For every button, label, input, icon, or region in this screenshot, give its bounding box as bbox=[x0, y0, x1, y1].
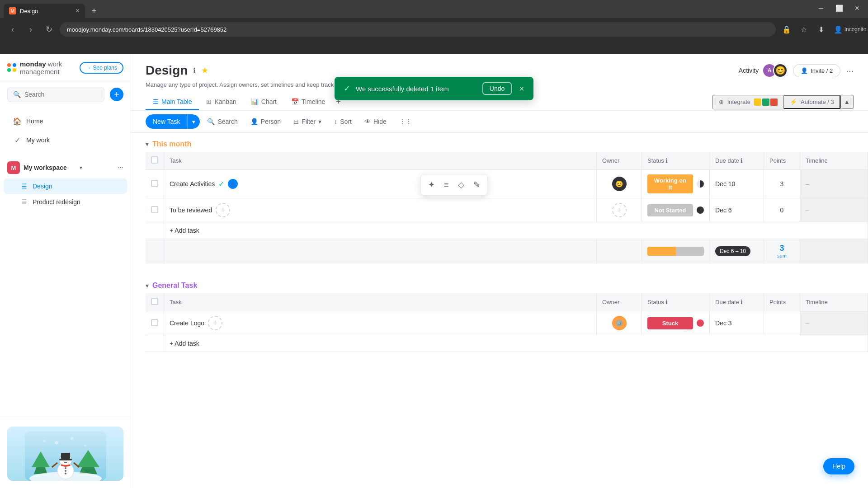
integrate-btn[interactable]: ⊕ Integrate bbox=[712, 95, 784, 109]
star-btn[interactable]: ★ bbox=[201, 66, 208, 75]
filter-toolbar-btn[interactable]: ⊟ Filter ▾ bbox=[288, 115, 327, 128]
workspace-more-btn[interactable]: ··· bbox=[118, 164, 123, 172]
new-task-btn[interactable]: New Task bbox=[146, 114, 187, 129]
hide-icon: 👁 bbox=[364, 118, 371, 125]
task-cell-3[interactable]: Create Logo + bbox=[164, 311, 597, 335]
row-checkbox[interactable] bbox=[151, 180, 158, 187]
tab-favicon: M bbox=[9, 7, 16, 14]
status-cell-2[interactable]: Not Started bbox=[642, 198, 710, 222]
group-name-general: General Task bbox=[152, 282, 197, 290]
collapse-btn[interactable]: ▲ bbox=[840, 95, 854, 109]
tab-main-table[interactable]: ☰ Main Table bbox=[146, 94, 199, 110]
workspace-header[interactable]: M My workspace ▾ ··· bbox=[0, 157, 131, 178]
select-all-checkbox[interactable] bbox=[151, 156, 158, 164]
maximize-btn[interactable]: ⬜ bbox=[832, 1, 846, 15]
back-btn[interactable]: ‹ bbox=[5, 22, 20, 37]
add-task-btn[interactable]: + Add task bbox=[164, 222, 868, 239]
reload-btn[interactable]: ↻ bbox=[42, 22, 56, 37]
mini-toolbar-star-btn[interactable]: ✦ bbox=[426, 178, 437, 192]
sidebar-item-mywork[interactable]: ✓ My work bbox=[4, 131, 127, 149]
group-general-task-header: ▾ General Task bbox=[146, 274, 868, 293]
group-toggle-this-month[interactable]: ▾ bbox=[146, 141, 149, 148]
points-cell-2: 0 bbox=[764, 198, 800, 222]
integrate-logos bbox=[754, 99, 778, 106]
snowman-svg: ❄ ❄ ❄ ❄ bbox=[25, 431, 106, 481]
owner-cell-3: ⚙️ bbox=[597, 311, 642, 335]
status-cell-3[interactable]: Stuck bbox=[642, 311, 710, 335]
see-plans-btn[interactable]: → See plans bbox=[80, 62, 123, 74]
forward-btn[interactable]: › bbox=[24, 22, 38, 37]
mini-toolbar-list-btn[interactable]: ≡ bbox=[442, 178, 451, 192]
th2-task: Task bbox=[164, 293, 597, 311]
board-item-design[interactable]: ☰ Design bbox=[4, 178, 127, 194]
duedate-info-icon[interactable]: ℹ bbox=[741, 157, 743, 164]
tab-kanban[interactable]: ⊞ Kanban bbox=[199, 94, 243, 110]
new-task-dropdown-btn[interactable]: ▾ bbox=[187, 114, 200, 129]
status-info-icon[interactable]: ℹ bbox=[665, 157, 668, 164]
add-new-btn[interactable]: + bbox=[110, 88, 123, 101]
search-toolbar-icon: 🔍 bbox=[207, 118, 215, 125]
search-toolbar-btn[interactable]: 🔍 Search bbox=[202, 115, 243, 128]
tab-timeline[interactable]: 📅 Timeline bbox=[284, 94, 332, 110]
board-item-product[interactable]: ☰ Product redesign bbox=[4, 194, 127, 210]
table-this-month: Task Owner Status ℹ Due date ℹ Points Ti… bbox=[146, 152, 868, 263]
download-btn[interactable]: ⬇ bbox=[814, 22, 828, 37]
active-tab[interactable]: M Design × bbox=[4, 4, 85, 18]
add-task-2-btn[interactable]: + Add task bbox=[164, 335, 868, 352]
notif-close-btn[interactable]: × bbox=[519, 84, 524, 94]
activity-btn[interactable]: Activity A 😊 bbox=[739, 63, 788, 78]
minimize-btn[interactable]: ─ bbox=[814, 1, 828, 15]
sidebar-search-input[interactable] bbox=[24, 91, 99, 98]
integrate-label: Integrate bbox=[727, 99, 750, 105]
summary-empty-2 bbox=[164, 239, 597, 263]
page-title: Design bbox=[146, 63, 188, 78]
help-btn[interactable]: Help bbox=[823, 458, 854, 474]
automate-icon: ⚡ bbox=[790, 99, 797, 105]
notif-undo-btn[interactable]: Undo bbox=[482, 82, 512, 95]
sidebar-item-home[interactable]: 🏠 Home bbox=[4, 112, 127, 130]
status-indicator-2 bbox=[697, 206, 704, 214]
owner-add-btn[interactable]: + bbox=[612, 203, 627, 217]
tab-chart[interactable]: 📊 Chart bbox=[244, 94, 284, 110]
group-toggle-general[interactable]: ▾ bbox=[146, 282, 149, 289]
status2-info-icon[interactable]: ℹ bbox=[665, 299, 668, 305]
table-general-task: Task Owner Status ℹ Due date ℹ Points Ti… bbox=[146, 293, 868, 352]
owner-cell-2: + bbox=[597, 198, 642, 222]
tab-chart-icon: 📊 bbox=[251, 98, 259, 105]
task-cell[interactable]: Create Activities ✓ 👤 bbox=[164, 170, 597, 198]
task-add-small-3[interactable]: + bbox=[208, 316, 222, 330]
info-btn[interactable]: ℹ bbox=[193, 66, 196, 75]
hide-toolbar-btn[interactable]: 👁 Hide bbox=[359, 115, 392, 128]
page-more-btn[interactable]: ··· bbox=[846, 66, 854, 76]
extensions-btn[interactable]: 🔒 bbox=[779, 22, 794, 37]
task-add-small[interactable]: + bbox=[216, 203, 230, 217]
address-bar[interactable] bbox=[60, 22, 776, 37]
row3-checkbox[interactable] bbox=[151, 319, 158, 326]
status-cell-1[interactable]: Working on it bbox=[642, 170, 710, 198]
sort-toolbar-btn[interactable]: ↕ Sort bbox=[329, 115, 357, 128]
mini-toolbar-edit-btn[interactable]: ✎ bbox=[472, 178, 482, 192]
automate-btn[interactable]: ⚡ Automate / 3 bbox=[784, 95, 840, 109]
tab-chart-label: Chart bbox=[261, 98, 277, 105]
mini-toolbar-diamond-btn[interactable]: ◇ bbox=[456, 178, 466, 192]
invite-btn[interactable]: 👤 Invite / 2 bbox=[793, 64, 840, 77]
new-tab-btn[interactable]: + bbox=[87, 4, 101, 18]
tab-timeline-label: Timeline bbox=[302, 98, 325, 105]
duedate2-info-icon[interactable]: ℹ bbox=[741, 299, 743, 305]
select-all-2-checkbox[interactable] bbox=[151, 298, 158, 305]
tab-close-btn[interactable]: × bbox=[75, 7, 80, 14]
person-toolbar-btn[interactable]: 👤 Person bbox=[245, 115, 286, 128]
board-label-design: Design bbox=[33, 183, 52, 190]
filter-chevron: ▾ bbox=[318, 118, 321, 125]
task-cell-2[interactable]: To be reviewed + bbox=[164, 198, 597, 222]
bookmark-btn[interactable]: ☆ bbox=[797, 22, 811, 37]
add-task-checkbox-cell bbox=[146, 222, 164, 239]
close-window-btn[interactable]: ✕ bbox=[850, 1, 864, 15]
sidebar-mywork-label: My work bbox=[26, 136, 50, 144]
more-toolbar-btn[interactable]: ⋮⋮ bbox=[394, 115, 417, 128]
table-header-row-2: Task Owner Status ℹ Due date ℹ Points Ti… bbox=[146, 293, 868, 311]
row-checkbox-2[interactable] bbox=[151, 206, 158, 213]
profile-btn[interactable]: 👤 bbox=[831, 22, 845, 37]
invite-label: Invite / 2 bbox=[811, 67, 833, 74]
page-actions: Activity A 😊 👤 Invite / 2 ··· bbox=[739, 63, 854, 78]
